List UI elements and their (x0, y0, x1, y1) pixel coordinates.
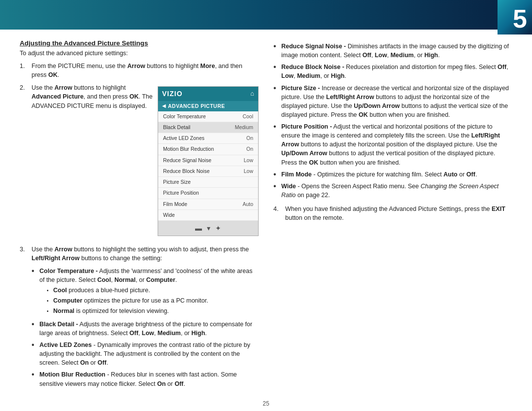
tv-down-icon: ▾ (207, 223, 210, 233)
tv-menu-icon: ▬ (195, 223, 202, 233)
tv-settings-icon: ✦ (215, 223, 221, 233)
bullet-block-noise: • Reduce Block Noise - Reduces pixelatio… (273, 63, 512, 80)
page-number: 5 (513, 6, 527, 32)
bullet-film-mode: • Film Mode - Optimizes the picture for … (273, 170, 512, 179)
bullet-color-temp: • Color Temperature - Adjusts the 'warmn… (32, 267, 259, 317)
tv-logo: VIZIO (162, 89, 183, 99)
step-4-num: 4. (273, 205, 282, 222)
step-1: 1. From the PICTURE menu, use the Arrow … (20, 62, 259, 79)
tv-header: VIZIO ⌂ (158, 87, 258, 101)
tv-menu-title-bar: ◀ ADVANCED PICTURE (158, 101, 258, 111)
sub-cool: • Cool produces a blue-hued picture. (47, 286, 259, 295)
tv-row-picture-size: Picture Size (158, 177, 258, 188)
page-footer: 25 (0, 400, 532, 407)
tv-mockup: VIZIO ⌂ ◀ ADVANCED PICTURE Color Tempera… (158, 86, 259, 236)
tv-row-film-mode: Film Mode Auto (158, 199, 258, 210)
step-2-content: Use the Arrow buttons to highlight Advan… (32, 83, 259, 241)
bullet-signal-noise: • Reduce Signal Noise - Diminishes artif… (273, 42, 512, 60)
bullet-active-led: • Active LED Zones - Dynamically improve… (32, 341, 259, 367)
step-3-content: Use the Arrow buttons to highlight the s… (32, 245, 259, 391)
top-header (0, 0, 532, 30)
step-3-num: 3. (20, 245, 29, 391)
tv-row-block-noise: Reduce Block Noise Low (158, 166, 258, 177)
right-column: • Reduce Signal Noise - Diminishes artif… (273, 39, 512, 391)
section-heading: Adjusting the Advanced Picture Settings (20, 39, 259, 47)
step-3: 3. Use the Arrow buttons to highlight th… (20, 245, 259, 391)
tv-row-black-detail: Black Detail Medium (158, 122, 258, 133)
bullet-black-detail: • Black Detail - Adjusts the average bri… (32, 320, 259, 338)
step-2: 2. Use the Arrow buttons to highlight Ad… (20, 83, 259, 241)
step-4-content: When you have finished adjusting the Adv… (285, 205, 512, 222)
left-column: Adjusting the Advanced Picture Settings … (20, 39, 259, 391)
tv-menu-title: ADVANCED PICTURE (168, 103, 225, 110)
back-arrow-icon: ◀ (162, 103, 166, 110)
tv-row-signal-noise: Reduce Signal Noise Low (158, 155, 258, 166)
page-number-badge: 5 (498, 0, 532, 34)
bullet-picture-position: • Picture Position - Adjust the vertical… (273, 122, 512, 167)
sub-normal: • Normal is optimized for television vie… (47, 307, 259, 316)
tv-row-motion-blur: Motion Blur Reduction On (158, 144, 258, 155)
sub-computer: • Computer optimizes the picture for use… (47, 296, 259, 306)
tv-row-wide: Wide (158, 210, 258, 221)
step-4: 4. When you have finished adjusting the … (273, 205, 512, 222)
content-area: Adjusting the Advanced Picture Settings … (0, 34, 532, 396)
tv-footer: ▬ ▾ ✦ (158, 221, 258, 236)
bullet-picture-size: • Picture Size - Increase or decrease th… (273, 84, 512, 120)
tv-row-active-led: Active LED Zones On (158, 133, 258, 144)
color-temp-sub: • Cool produces a blue-hued picture. • C… (39, 286, 259, 316)
footer-page-number: 25 (263, 400, 269, 407)
section-intro: To adjust the advanced picture settings: (20, 50, 259, 57)
step-1-content: From the PICTURE menu, use the Arrow but… (32, 62, 259, 79)
settings-bullets: • Color Temperature - Adjusts the 'warmn… (32, 267, 259, 388)
step-2-num: 2. (20, 83, 29, 241)
tv-menu-body: Color Temperature Cool Black Detail Medi… (158, 111, 258, 221)
tv-row-picture-pos: Picture Position (158, 188, 258, 199)
tv-row-color-temp: Color Temperature Cool (158, 111, 258, 122)
step-1-num: 1. (20, 62, 29, 79)
steps-list: 1. From the PICTURE menu, use the Arrow … (20, 62, 259, 391)
home-icon: ⌂ (250, 89, 254, 99)
bullet-wide: • Wide - Opens the Screen Aspect Ratio m… (273, 182, 512, 200)
bullet-motion-blur: • Motion Blur Reduction - Reduces blur i… (32, 370, 259, 388)
right-bullets: • Reduce Signal Noise - Diminishes artif… (273, 42, 512, 200)
